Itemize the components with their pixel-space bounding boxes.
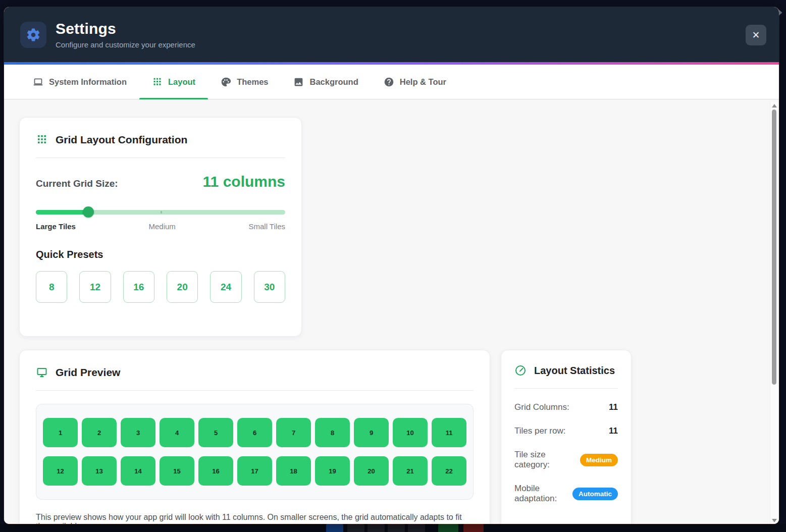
grid-tile: 9: [354, 418, 389, 447]
close-icon: ✕: [752, 29, 760, 41]
preview-caption: This preview shows how your app grid wil…: [36, 513, 474, 524]
stat-row-grid-columns: Grid Columns: 11: [514, 402, 618, 412]
grid-tile: 12: [43, 456, 78, 486]
current-grid-size-label: Current Grid Size:: [36, 178, 118, 189]
automatic-badge: Automatic: [572, 488, 618, 500]
tab-label: Help & Tour: [400, 77, 446, 87]
grid-tile: 1: [43, 418, 78, 447]
preset-button-20[interactable]: 20: [167, 271, 198, 303]
slider-fill: [36, 210, 88, 215]
scrollbar-thumb[interactable]: [772, 110, 776, 385]
grid-icon: [152, 77, 163, 87]
grid-tile: 11: [432, 418, 466, 447]
gauge-icon: [514, 364, 527, 377]
scroll-up-arrow-icon[interactable]: [772, 104, 777, 108]
grid-tile: 8: [315, 418, 350, 447]
grid-tile: 14: [121, 456, 155, 486]
stat-value: 11: [609, 426, 618, 436]
tab-help-tour[interactable]: Help & Tour: [371, 65, 459, 99]
grid-tile: 16: [198, 456, 233, 486]
laptop-icon: [33, 77, 43, 87]
medium-badge: Medium: [580, 454, 618, 466]
grid-tile: 4: [160, 418, 194, 447]
preset-row: 8 12 16 20 24 30: [36, 271, 285, 303]
tab-themes[interactable]: Themes: [208, 65, 281, 99]
grid-tile: 10: [393, 418, 428, 447]
preset-button-30[interactable]: 30: [254, 271, 285, 303]
grid-tile: 17: [237, 456, 272, 486]
tab-label: Layout: [168, 77, 195, 87]
current-grid-size-value: 11 columns: [203, 173, 285, 190]
tile-grid: 1 2 3 4 5 6 7 8 9 10 11 12 13 14 15 16 1: [43, 418, 466, 486]
tab-label: System Information: [49, 77, 127, 87]
preset-button-12[interactable]: 12: [79, 271, 111, 303]
divider: [36, 157, 285, 158]
image-icon: [293, 77, 304, 87]
modal-title: Settings: [56, 20, 195, 37]
grid-tile: 18: [276, 456, 311, 486]
tab-label: Background: [309, 77, 358, 87]
quick-presets-title: Quick Presets: [36, 249, 285, 260]
grid-tile: 15: [160, 456, 194, 486]
divider: [36, 390, 474, 391]
slider-midpoint-tick: [161, 211, 162, 214]
grid-tile: 19: [315, 456, 350, 486]
tab-background[interactable]: Background: [281, 65, 371, 99]
preset-button-8[interactable]: 8: [36, 271, 67, 303]
desktop-taskbar: [0, 524, 786, 532]
stat-row-tiles-per-row: Tiles per row: 11: [514, 426, 618, 436]
gear-icon: [26, 27, 41, 42]
slider-max-label: Small Tiles: [248, 222, 285, 231]
grid-tile: 3: [121, 418, 155, 447]
tab-bar: System Information Layout Themes Backgro…: [4, 65, 779, 99]
grid-preview-card: Grid Preview 1 2 3 4 5 6 7 8 9 10 11 12: [19, 350, 490, 524]
stat-label: Tile size category:: [514, 450, 580, 470]
stat-value: 11: [609, 402, 618, 412]
tab-system-information[interactable]: System Information: [20, 65, 139, 99]
grid-tile: 6: [237, 418, 272, 447]
grid-layout-configuration-card: Grid Layout Configuration Current Grid S…: [19, 117, 302, 337]
tab-layout[interactable]: Layout: [139, 65, 208, 99]
grid-preview-box: 1 2 3 4 5 6 7 8 9 10 11 12 13 14 15 16 1: [36, 404, 474, 500]
tab-label: Themes: [237, 77, 268, 87]
monitor-icon: [36, 366, 48, 379]
grid-tile: 20: [354, 456, 389, 486]
modal-subtitle: Configure and customize your experience: [56, 40, 195, 49]
grid-icon: [36, 134, 48, 146]
grid-tile: 13: [82, 456, 117, 486]
palette-icon: [221, 77, 231, 87]
slider-mid-label: Medium: [149, 222, 176, 231]
settings-modal: Settings Configure and customize your ex…: [4, 7, 779, 524]
card-title: Grid Layout Configuration: [56, 134, 187, 146]
close-button[interactable]: ✕: [746, 25, 766, 45]
layout-statistics-card: Layout Statistics Grid Columns: 11 Tiles…: [501, 350, 632, 524]
stat-label: Mobile adaptation:: [514, 484, 572, 504]
settings-content: Grid Layout Configuration Current Grid S…: [4, 99, 779, 524]
slider-thumb[interactable]: [83, 206, 94, 218]
grid-tile: 2: [82, 418, 117, 447]
divider: [514, 388, 618, 389]
stat-label: Tiles per row:: [514, 426, 565, 436]
grid-tile: 22: [432, 456, 466, 486]
grid-size-slider[interactable]: [36, 206, 285, 218]
help-circle-icon: [384, 77, 394, 87]
preset-button-16[interactable]: 16: [123, 271, 154, 303]
grid-tile: 7: [276, 418, 311, 447]
vertical-scrollbar[interactable]: [770, 101, 778, 524]
grid-tile: 5: [198, 418, 233, 447]
stat-row-tile-size-category: Tile size category: Medium: [514, 450, 618, 470]
stat-label: Grid Columns:: [514, 402, 569, 412]
card-title: Layout Statistics: [534, 365, 615, 377]
modal-header: Settings Configure and customize your ex…: [4, 7, 779, 62]
settings-gear-badge: [20, 22, 46, 48]
stat-row-mobile-adaptation: Mobile adaptation: Automatic: [514, 484, 618, 504]
scroll-down-arrow-icon[interactable]: [772, 519, 777, 522]
slider-min-label: Large Tiles: [36, 222, 76, 231]
preset-button-24[interactable]: 24: [210, 271, 241, 303]
card-title: Grid Preview: [56, 366, 120, 379]
grid-tile: 21: [393, 456, 428, 486]
